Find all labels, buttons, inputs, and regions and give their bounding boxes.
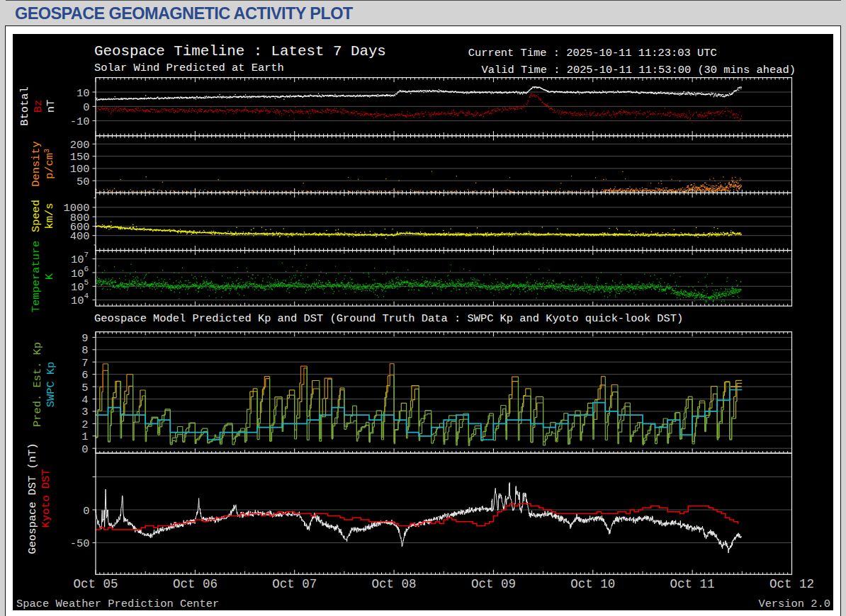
svg-text:K: K xyxy=(43,273,56,280)
svg-text:p/cm3: p/cm3 xyxy=(43,149,56,179)
svg-text:1: 1 xyxy=(81,430,88,443)
svg-text:-50: -50 xyxy=(70,537,90,550)
svg-text:Current Time : 2025-10-11 11:2: Current Time : 2025-10-11 11:23:03 UTC xyxy=(468,47,717,59)
svg-text:Oct 09: Oct 09 xyxy=(471,577,516,591)
svg-text:2: 2 xyxy=(81,418,88,431)
svg-text:5: 5 xyxy=(81,382,88,394)
svg-text:100: 100 xyxy=(70,163,90,176)
svg-text:0: 0 xyxy=(83,101,89,114)
svg-text:Density: Density xyxy=(30,141,43,187)
svg-text:7: 7 xyxy=(81,357,88,370)
svg-text:Oct 12: Oct 12 xyxy=(769,577,814,591)
svg-text:Solar Wind Predicted at Earth: Solar Wind Predicted at Earth xyxy=(94,62,284,74)
svg-text:nT: nT xyxy=(45,100,57,113)
svg-text:Btotal: Btotal xyxy=(18,86,31,125)
svg-text:50: 50 xyxy=(77,176,89,188)
svg-text:Geospace Timeline : Latest 7 D: Geospace Timeline : Latest 7 Days xyxy=(94,43,386,59)
svg-text:Version 2.0: Version 2.0 xyxy=(758,598,830,610)
svg-text:Oct 08: Oct 08 xyxy=(372,577,417,591)
svg-text:Geospace Model Predicted Kp an: Geospace Model Predicted Kp and DST (Gro… xyxy=(94,312,683,325)
svg-text:km/s: km/s xyxy=(43,203,56,229)
svg-text:Bz: Bz xyxy=(32,100,45,113)
svg-text:4: 4 xyxy=(81,394,88,406)
svg-text:Geospace DST (nT): Geospace DST (nT) xyxy=(26,443,39,554)
svg-text:Valid Time : 2025-10-11 11:53:: Valid Time : 2025-10-11 11:53:00 (30 min… xyxy=(482,64,796,76)
svg-text:Oct 10: Oct 10 xyxy=(570,577,615,591)
svg-text:4: 4 xyxy=(84,292,89,300)
svg-text:Oct 05: Oct 05 xyxy=(73,577,118,591)
svg-text:200: 200 xyxy=(70,139,90,152)
svg-text:Space Weather Prediction Cente: Space Weather Prediction Center xyxy=(16,598,219,610)
svg-text:10: 10 xyxy=(71,295,84,307)
svg-text:10: 10 xyxy=(77,87,89,100)
svg-text:150: 150 xyxy=(70,151,90,164)
svg-text:-10: -10 xyxy=(70,115,90,128)
svg-text:3: 3 xyxy=(81,406,88,418)
svg-text:0: 0 xyxy=(81,443,88,456)
svg-text:10: 10 xyxy=(71,253,84,266)
svg-text:Oct 07: Oct 07 xyxy=(272,577,317,591)
svg-text:7: 7 xyxy=(84,251,89,259)
svg-text:6: 6 xyxy=(81,369,88,382)
svg-text:5: 5 xyxy=(84,278,89,287)
svg-text:Speed: Speed xyxy=(30,200,43,232)
svg-text:SWPC Kp: SWPC Kp xyxy=(45,362,57,408)
svg-text:0: 0 xyxy=(83,505,89,518)
svg-text:Temperature: Temperature xyxy=(30,241,43,313)
svg-text:10: 10 xyxy=(71,281,84,294)
svg-text:8: 8 xyxy=(81,344,88,357)
svg-text:9: 9 xyxy=(81,332,88,345)
svg-text:400: 400 xyxy=(70,230,90,243)
svg-text:10: 10 xyxy=(71,268,84,280)
svg-text:6: 6 xyxy=(84,265,89,273)
svg-text:Pred. Est. Kp: Pred. Est. Kp xyxy=(31,342,44,427)
svg-text:Oct 06: Oct 06 xyxy=(173,577,218,591)
svg-text:Kyoto DST: Kyoto DST xyxy=(40,469,52,527)
svg-text:Oct 11: Oct 11 xyxy=(670,577,715,591)
